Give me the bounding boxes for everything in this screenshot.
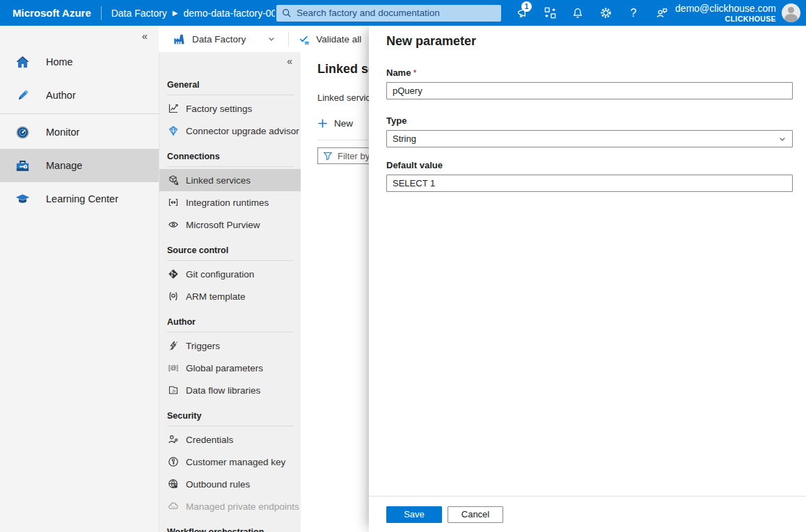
- sidebar-item-label: Connector upgrade advisor: [186, 126, 299, 136]
- person-key-icon: [167, 434, 179, 446]
- factory-icon: [173, 33, 186, 46]
- data-factory-dropdown[interactable]: Data Factory: [159, 33, 276, 46]
- arm-template-icon: [167, 291, 179, 303]
- notifications-bell-button[interactable]: [564, 0, 592, 26]
- left-nav-collapse-button[interactable]: «: [0, 26, 159, 45]
- sidebar-item-label: ARM template: [186, 291, 246, 302]
- sidebar-item-manage[interactable]: Manage: [0, 149, 159, 182]
- avatar[interactable]: [782, 3, 800, 22]
- integration-runtimes-icon: [167, 197, 179, 209]
- sidebar-item-microsoft-purview[interactable]: Microsoft Purview: [159, 213, 301, 236]
- sidebar-item-learning-center[interactable]: Learning Center: [0, 182, 159, 216]
- default-value-label: Default value: [386, 160, 793, 170]
- sidebar-item-label: Global parameters: [186, 363, 263, 373]
- sidebar-item-author[interactable]: Author: [0, 79, 159, 112]
- sidebar-item-label: Managed private endpoints: [186, 501, 299, 512]
- feedback-button[interactable]: [647, 0, 675, 26]
- sidebar-item-label: Microsoft Purview: [186, 220, 260, 230]
- settings-gear-button[interactable]: [592, 0, 619, 26]
- home-icon: [15, 54, 31, 70]
- sidebar-item-integration-runtimes[interactable]: Integration runtimes: [159, 191, 301, 213]
- sidebar-item-credentials[interactable]: Credentials: [159, 428, 301, 451]
- plus-icon: [317, 118, 328, 129]
- default-value-input[interactable]: [386, 175, 793, 192]
- top-bar: Microsoft Azure Data Factory ▶ demo-data…: [0, 0, 806, 26]
- sidebar-item-label: Manage: [46, 160, 82, 171]
- sidebar-item-label: Data flow libraries: [186, 385, 260, 396]
- section-security: Security Credentials Customer managed ke…: [159, 410, 301, 517]
- eye-icon: [167, 219, 179, 231]
- new-parameter-panel: New parameter Name* Type String Default …: [369, 26, 806, 532]
- sidebar-item-connector-upgrade-advisor[interactable]: Connector upgrade advisor: [159, 120, 301, 142]
- switch-factory-button[interactable]: [536, 0, 564, 26]
- cloud-icon: [167, 501, 179, 513]
- type-select[interactable]: String: [386, 130, 793, 147]
- diamond-icon: [167, 125, 179, 137]
- breadcrumb-arrow-icon: ▶: [173, 9, 178, 17]
- name-label: Name*: [386, 67, 793, 78]
- breadcrumb-app[interactable]: Data Factory: [111, 8, 167, 19]
- sidebar-item-label: Integration runtimes: [186, 198, 269, 208]
- filter-funnel-icon: [323, 151, 333, 161]
- name-input[interactable]: [386, 82, 793, 99]
- sidebar-item-triggers[interactable]: Triggers: [159, 334, 301, 357]
- lightning-icon: [167, 340, 179, 352]
- type-select-value: String: [393, 134, 416, 144]
- section-rule: [167, 95, 294, 95]
- section-source-control: Source control Git configuration ARM tem…: [159, 245, 301, 307]
- section-header: Workflow orchestration manager: [159, 526, 292, 532]
- section-rule: [167, 426, 294, 426]
- globe-icon: [167, 478, 179, 490]
- sidebar-item-git-configuration[interactable]: Git configuration: [159, 263, 301, 285]
- sidebar-item-arm-template[interactable]: ARM template: [159, 285, 301, 307]
- learning-center-icon: [15, 191, 31, 207]
- search-icon: [282, 8, 292, 18]
- section-header: Author: [159, 316, 301, 332]
- left-nav: « Home Author Monitor Manage Learning Ce…: [0, 26, 159, 532]
- section-header: Connections: [159, 151, 301, 166]
- sidebar-item-data-flow-libraries[interactable]: fx Data flow libraries: [159, 379, 301, 401]
- sidebar-item-factory-settings[interactable]: Factory settings: [159, 97, 301, 120]
- account-info[interactable]: demo@clickhouse.com CLICKHOUSE: [675, 3, 782, 22]
- factory-settings-icon: [167, 103, 179, 115]
- azure-brand[interactable]: Microsoft Azure: [0, 7, 101, 19]
- sidebar-item-home[interactable]: Home: [0, 45, 159, 79]
- sidebar-item-label: Factory settings: [186, 104, 252, 114]
- announcements-button[interactable]: 1: [508, 0, 536, 26]
- sidebar-item-label: Git configuration: [186, 269, 254, 280]
- sidebar-item-customer-managed-key[interactable]: Customer managed key: [159, 451, 301, 473]
- topbar-icons: 1 ?: [508, 0, 675, 26]
- section-rule: [167, 166, 294, 167]
- section-header: General: [159, 79, 301, 95]
- factory-dropdown-label: Data Factory: [192, 34, 246, 45]
- brand-divider: [101, 6, 102, 20]
- sidebar-item-label: Customer managed key: [186, 457, 285, 467]
- validate-check-icon: [299, 33, 310, 45]
- sidebar-item-monitor[interactable]: Monitor: [0, 115, 159, 149]
- manage-sidebar-collapse-button[interactable]: «: [159, 52, 301, 70]
- sidebar-item-label: Outbound rules: [186, 479, 250, 490]
- sidebar-item-label: Credentials: [186, 435, 233, 445]
- sidebar-item-label: Linked services: [186, 175, 251, 186]
- sidebar-item-label: Monitor: [46, 127, 79, 138]
- sidebar-item-global-parameters[interactable]: [@] Global parameters: [159, 357, 301, 379]
- account-email: demo@clickhouse.com: [675, 3, 776, 14]
- panel-footer: Save Cancel: [369, 496, 806, 532]
- global-search[interactable]: [276, 5, 501, 22]
- breadcrumb-instance[interactable]: demo-data-factory-00: [184, 8, 276, 19]
- sidebar-item-linked-services[interactable]: Linked services: [159, 169, 301, 191]
- validate-all-label: Validate all: [316, 34, 361, 45]
- cancel-button[interactable]: Cancel: [448, 506, 503, 523]
- sidebar-item-managed-private-endpoints[interactable]: Managed private endpoints: [159, 495, 301, 517]
- sidebar-item-outbound-rules[interactable]: Outbound rules: [159, 473, 301, 495]
- section-header: Source control: [159, 245, 301, 260]
- search-input[interactable]: [297, 8, 496, 18]
- manage-toolbox-icon: [15, 158, 31, 174]
- new-linked-service-button[interactable]: New: [317, 118, 366, 129]
- manage-sidebar: « General Factory settings Connector upg…: [159, 52, 301, 532]
- validate-all-button[interactable]: Validate all: [299, 33, 361, 45]
- managed-key-icon: [167, 456, 179, 468]
- save-button[interactable]: Save: [386, 506, 442, 523]
- new-button-label: New: [334, 118, 353, 129]
- help-button[interactable]: ?: [619, 0, 647, 26]
